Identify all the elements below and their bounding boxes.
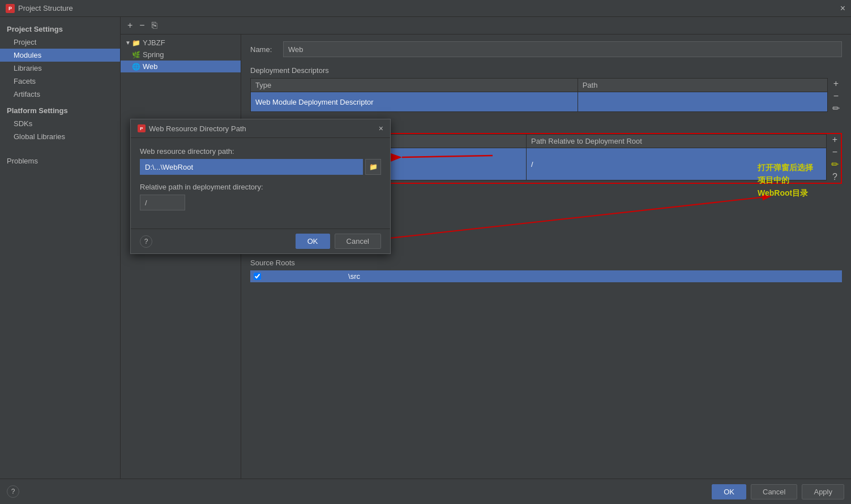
dd-add-button[interactable]: + [830, 78, 842, 89]
dialog-help-button[interactable]: ? [140, 235, 152, 248]
folder-icon: 📁 [132, 39, 140, 47]
wr-help-button[interactable]: ? [829, 171, 841, 183]
deployment-descriptors-table: Type Path Web Module Deployment Descript… [250, 78, 828, 112]
dialog-relative-label: Relative path in deployment directory: [140, 183, 381, 191]
sidebar-item-sdks[interactable]: SDKs [0, 117, 120, 130]
dd-side-buttons: + − ✏ [830, 78, 842, 114]
help-button[interactable]: ? [7, 485, 19, 498]
expand-icon: ▼ [125, 40, 131, 46]
tree-spring-label: Spring [143, 50, 164, 59]
sidebar-item-artifacts[interactable]: Artifacts [0, 88, 120, 101]
sidebar-item-problems[interactable]: Problems [0, 152, 120, 167]
sidebar: Project Settings Project Modules Librari… [0, 17, 121, 479]
sidebar-item-libraries[interactable]: Libraries [0, 62, 120, 75]
dialog-help: ? [140, 235, 152, 248]
add-module-button[interactable]: + [125, 19, 135, 32]
dialog-relative-row [140, 195, 381, 210]
dd-path-redacted [583, 98, 670, 106]
deployment-descriptors-title: Deployment Descriptors [250, 66, 842, 75]
web-resource-directory-dialog: P Web Resource Directory Path × Web reso… [130, 119, 391, 254]
sidebar-item-global-libraries[interactable]: Global Libraries [0, 130, 120, 143]
wr-side-buttons: + − ✏ ? [829, 134, 841, 183]
bottom-bar: ? OK Cancel Apply [0, 479, 851, 504]
table-row[interactable]: Web Module Deployment Descriptor [251, 92, 828, 112]
content-body: ▼ 📁 YJBZF 🌿 Spring 🌐 Web Name: [121, 35, 851, 479]
name-input[interactable] [283, 41, 842, 57]
name-label: Name: [250, 45, 279, 54]
dd-edit-button[interactable]: ✏ [830, 103, 842, 114]
wr-add-button[interactable]: + [829, 134, 841, 145]
tree-root-label: YJBZF [143, 38, 165, 47]
source-root-suffix: \src [348, 272, 360, 281]
dialog-body: Web resource directory path: 📁 Relative … [131, 138, 390, 229]
sidebar-item-project[interactable]: Project [0, 36, 120, 49]
spring-icon: 🌿 [132, 51, 140, 59]
wr-path-cell: / [527, 148, 827, 180]
sidebar-item-modules[interactable]: Modules [0, 49, 120, 62]
dialog-path-input[interactable] [140, 159, 363, 175]
platform-settings-header: Platform Settings [0, 101, 120, 117]
bottom-left: ? [7, 485, 19, 498]
project-settings-header: Project Settings [0, 21, 120, 36]
remove-module-button[interactable]: − [137, 19, 147, 32]
wr-edit-button[interactable]: ✏ [829, 159, 841, 170]
tree-root-yjbzf[interactable]: ▼ 📁 YJBZF [121, 37, 241, 49]
dialog-title-text: Web Resource Directory Path [149, 124, 246, 133]
dd-col-type: Type [251, 79, 578, 92]
source-roots-title: Source Roots [250, 259, 842, 267]
web-icon: 🌐 [132, 63, 140, 71]
apply-button[interactable]: Apply [802, 484, 844, 499]
tree-item-web[interactable]: 🌐 Web [121, 61, 241, 72]
dialog-input-row: 📁 [140, 159, 381, 175]
source-root-redacted [264, 272, 348, 281]
title-bar: P Project Structure × [0, 0, 851, 17]
window-close-button[interactable]: × [840, 4, 845, 13]
problems-section: Problems [0, 152, 120, 167]
dd-col-path: Path [578, 79, 827, 92]
module-toolbar: + − ⎘ [121, 17, 851, 35]
dialog-cancel-button[interactable]: Cancel [335, 234, 381, 249]
dd-path-cell [578, 92, 827, 112]
dialog-path-label: Web resource directory path: [140, 147, 381, 156]
cancel-button[interactable]: Cancel [751, 484, 797, 499]
dialog-folder-button[interactable]: 📁 [365, 159, 381, 175]
window-title: Project Structure [18, 4, 73, 12]
right-panel: Name: Deployment Descriptors Type Path [241, 35, 851, 479]
bottom-right: OK Cancel Apply [712, 484, 844, 499]
dialog-title-bar: P Web Resource Directory Path × [131, 119, 390, 138]
source-root-checkbox[interactable] [254, 273, 261, 280]
ok-button[interactable]: OK [712, 484, 746, 499]
dialog-footer: ? OK Cancel [131, 229, 390, 253]
dd-type-cell: Web Module Deployment Descriptor [251, 92, 578, 112]
name-row: Name: [250, 41, 842, 57]
app-icon: P [6, 4, 15, 13]
wr-col-path: Path Relative to Deployment Root [527, 135, 827, 148]
source-root-row: \src [250, 270, 842, 282]
deployment-descriptors-section: Type Path Web Module Deployment Descript… [250, 78, 842, 114]
copy-module-button[interactable]: ⎘ [149, 19, 160, 32]
sidebar-item-facets[interactable]: Facets [0, 75, 120, 88]
main-layout: Project Settings Project Modules Librari… [0, 17, 851, 479]
dialog-relative-input[interactable] [140, 195, 185, 210]
dialog-ok-button[interactable]: OK [296, 234, 330, 249]
dialog-footer-buttons: OK Cancel [296, 234, 381, 249]
module-tree: ▼ 📁 YJBZF 🌿 Spring 🌐 Web [121, 35, 241, 479]
dialog-title-left: P Web Resource Directory Path [138, 124, 246, 133]
tree-item-spring[interactable]: 🌿 Spring [121, 49, 241, 61]
dialog-close-button[interactable]: × [379, 124, 383, 133]
wr-remove-button[interactable]: − [829, 147, 841, 158]
dd-remove-button[interactable]: − [830, 91, 842, 102]
tree-web-label: Web [143, 62, 158, 71]
dialog-app-icon: P [138, 124, 146, 132]
